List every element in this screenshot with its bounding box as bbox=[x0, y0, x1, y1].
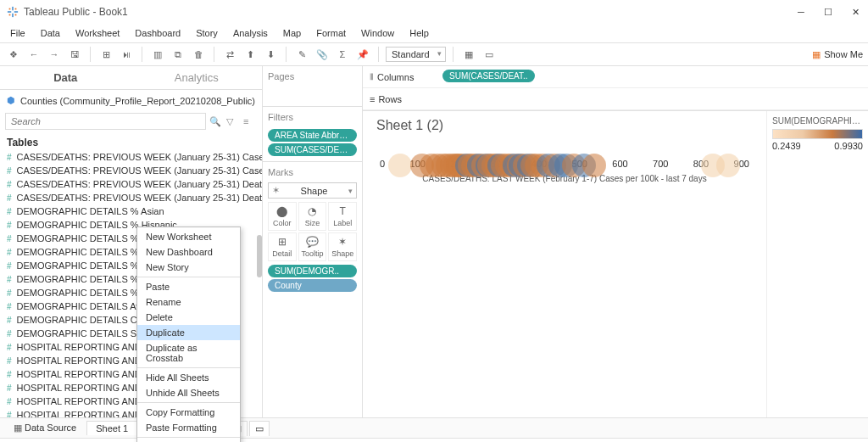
menu-file[interactable]: File bbox=[3, 26, 32, 40]
measure-icon: # bbox=[7, 370, 12, 379]
rows-shelf-label: ≡Rows bbox=[363, 94, 437, 104]
marks-size[interactable]: ◔Size bbox=[298, 202, 327, 231]
ctx-new-worksheet[interactable]: New Worksheet bbox=[137, 229, 240, 244]
marks-shape[interactable]: ✶Shape bbox=[328, 232, 357, 261]
marks-label[interactable]: TLabel bbox=[328, 202, 357, 231]
filter-icon[interactable]: ▽ bbox=[226, 116, 240, 127]
data-tab[interactable]: Data bbox=[0, 66, 131, 89]
duplicate-button[interactable]: ⧉ bbox=[170, 46, 186, 63]
sheet-tab[interactable]: Sheet 1 bbox=[86, 421, 137, 435]
forward-button[interactable]: → bbox=[46, 46, 63, 63]
mark-pill[interactable]: SUM(DEMOGR.. bbox=[268, 265, 357, 277]
measure-icon: # bbox=[7, 261, 12, 271]
field-item[interactable]: #DEMOGRAPHIC DETAILS % Asian bbox=[0, 204, 262, 218]
menu-analysis[interactable]: Analysis bbox=[226, 26, 275, 40]
svg-rect-4 bbox=[9, 8, 11, 10]
highlight-button[interactable]: ✎ bbox=[293, 46, 310, 63]
legend-min: 0.2439 bbox=[772, 141, 801, 151]
new-datasource-button[interactable]: ⊞ bbox=[97, 46, 114, 63]
ctx-delete[interactable]: Delete bbox=[137, 310, 240, 325]
ctx-new-story[interactable]: New Story bbox=[137, 260, 240, 275]
marks-tooltip[interactable]: 💬Tooltip bbox=[298, 232, 327, 261]
label-icon: T bbox=[329, 205, 356, 217]
menu-map[interactable]: Map bbox=[276, 26, 308, 40]
analytics-tab[interactable]: Analytics bbox=[131, 66, 263, 89]
minimize-button[interactable]: ─ bbox=[795, 6, 807, 18]
swap-button[interactable]: ⇄ bbox=[221, 46, 238, 63]
sort-desc-button[interactable]: ⬇ bbox=[262, 46, 279, 63]
legend-gradient bbox=[772, 129, 863, 139]
group-button[interactable]: 📎 bbox=[314, 46, 331, 63]
scrollbar-thumb[interactable] bbox=[257, 235, 262, 277]
field-item[interactable]: #CASES/DEATHS: PREVIOUS WEEK (January 25… bbox=[0, 177, 262, 191]
ctx-rename[interactable]: Rename bbox=[137, 294, 240, 310]
data-mark[interactable] bbox=[388, 154, 412, 177]
marks-detail[interactable]: ⊞Detail bbox=[268, 232, 297, 261]
search-icon[interactable]: 🔍 bbox=[209, 116, 223, 127]
measure-icon: # bbox=[7, 275, 12, 284]
data-mark[interactable] bbox=[582, 154, 606, 177]
save-button[interactable]: 🖫 bbox=[66, 46, 83, 63]
totals-button[interactable]: Σ bbox=[334, 46, 351, 63]
field-item[interactable]: #CASES/DEATHS: PREVIOUS WEEK (January 25… bbox=[0, 191, 262, 204]
mark-type-dropdown[interactable]: ✶Shape▾ bbox=[268, 182, 357, 199]
cards-button[interactable]: ▦ bbox=[460, 46, 477, 63]
sort-asc-button[interactable]: ⬆ bbox=[242, 46, 259, 63]
menu-dashboard[interactable]: Dashboard bbox=[128, 26, 187, 40]
ctx-duplicate[interactable]: Duplicate bbox=[137, 325, 240, 340]
datasource-tab[interactable]: ▦ Data Source bbox=[5, 421, 85, 435]
close-button[interactable]: ✕ bbox=[849, 6, 861, 18]
ctx-duplicate-crosstab[interactable]: Duplicate as Crosstab bbox=[137, 340, 240, 366]
svg-rect-3 bbox=[14, 11, 18, 13]
filters-shelf-title: Filters bbox=[268, 110, 357, 127]
mark-pill[interactable]: County bbox=[268, 279, 357, 292]
menu-format[interactable]: Format bbox=[309, 26, 353, 40]
measure-icon: # bbox=[7, 397, 12, 406]
ctx-copy-formatting[interactable]: Copy Formatting bbox=[137, 405, 240, 420]
sheet-title[interactable]: Sheet 1 (2) bbox=[376, 118, 753, 133]
measure-icon: # bbox=[7, 383, 12, 393]
ctx-new-dashboard[interactable]: New Dashboard bbox=[137, 244, 240, 260]
columns-pill[interactable]: SUM(CASES/DEAT.. bbox=[442, 70, 535, 82]
measure-icon: # bbox=[7, 221, 12, 230]
legend-max: 0.9930 bbox=[834, 141, 863, 151]
menu-data[interactable]: Data bbox=[34, 26, 67, 40]
back-button[interactable]: ← bbox=[25, 46, 42, 63]
filter-pill[interactable]: AREA State Abbrevia.. bbox=[268, 129, 357, 142]
svg-rect-6 bbox=[9, 14, 11, 16]
show-me-button[interactable]: ▦Show Me bbox=[812, 49, 863, 60]
tableau-icon[interactable]: ❖ bbox=[5, 46, 22, 63]
field-item[interactable]: #CASES/DEATHS: PREVIOUS WEEK (January 25… bbox=[0, 164, 262, 177]
clear-button[interactable]: 🗑 bbox=[190, 46, 207, 63]
menu-worksheet[interactable]: Worksheet bbox=[69, 26, 126, 40]
measure-icon: # bbox=[7, 288, 12, 298]
presentation-button[interactable]: ▭ bbox=[481, 46, 498, 63]
chart-area[interactable]: 0100200300400500600700800900 CASES/DEATH… bbox=[376, 159, 753, 286]
menu-window[interactable]: Window bbox=[354, 26, 401, 40]
view-options-icon[interactable]: ≡ bbox=[243, 116, 257, 126]
tick-label: 700 bbox=[653, 159, 668, 169]
window-title: Tableau Public - Book1 bbox=[24, 6, 795, 18]
search-input[interactable] bbox=[5, 113, 206, 130]
sheet-context-menu: New Worksheet New Dashboard New Story Pa… bbox=[136, 227, 241, 442]
filter-pill[interactable]: SUM(CASES/DEAT.. bbox=[268, 143, 357, 156]
new-story-tab[interactable]: ▭ bbox=[249, 421, 270, 436]
pin-button[interactable]: 📌 bbox=[354, 46, 371, 63]
measure-icon: # bbox=[7, 207, 12, 216]
tick-label: 0 bbox=[380, 159, 385, 169]
tableau-logo-icon bbox=[7, 6, 19, 18]
pause-button[interactable]: ⏯ bbox=[118, 46, 135, 63]
field-item[interactable]: #CASES/DEATHS: PREVIOUS WEEK (January 25… bbox=[0, 150, 262, 164]
fit-dropdown[interactable]: Standard bbox=[386, 47, 446, 62]
new-worksheet-button[interactable]: ▥ bbox=[149, 46, 166, 63]
menu-help[interactable]: Help bbox=[403, 26, 436, 40]
maximize-button[interactable]: ☐ bbox=[822, 6, 834, 18]
menu-story[interactable]: Story bbox=[189, 26, 225, 40]
measure-icon: # bbox=[7, 180, 12, 189]
measure-icon: # bbox=[7, 316, 12, 325]
marks-color[interactable]: ⬤Color bbox=[268, 202, 297, 231]
measure-icon: # bbox=[7, 248, 12, 257]
color-legend[interactable]: SUM(DEMOGRAPHIC D.. 0.2439 0.9930 bbox=[766, 111, 868, 417]
datasource-row[interactable]: ⬢ Counties (Community_Profile_Report_202… bbox=[0, 90, 262, 111]
measure-icon: # bbox=[7, 411, 12, 418]
